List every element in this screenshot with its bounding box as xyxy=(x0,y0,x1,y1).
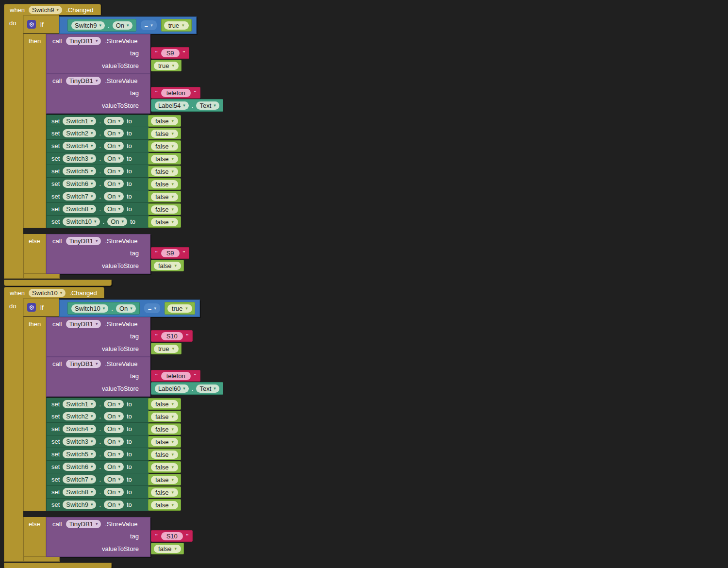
component-dropdown[interactable]: Switch10 ▾ xyxy=(63,217,99,226)
text-value[interactable]: S9 xyxy=(161,49,180,57)
when-switch9-changed-block[interactable]: when Switch9 ▾ .Changed do ⚙ if Switch9 xyxy=(4,4,197,286)
component-dropdown[interactable]: Switch1 ▾ xyxy=(63,400,96,408)
component-dropdown[interactable]: Switch8 ▾ xyxy=(63,205,96,213)
component-dropdown[interactable]: Switch10 ▾ xyxy=(71,304,108,313)
set-property-block[interactable]: set Switch4 ▾ . On ▾ xyxy=(46,140,181,152)
call-storevalue-block[interactable]: call TinyDB1 ▾ .StoreValue tag " xyxy=(46,517,150,557)
set-property-block[interactable]: set Switch1 ▾ . On ▾ xyxy=(46,398,181,410)
component-dropdown[interactable]: Switch7 ▾ xyxy=(63,475,96,484)
property-dropdown[interactable]: On ▾ xyxy=(104,501,124,509)
call-storevalue-block[interactable]: call TinyDB1 ▾ .StoreValue tag " xyxy=(46,234,150,274)
property-dropdown[interactable]: On ▾ xyxy=(104,167,124,175)
set-property-block[interactable]: set Switch1 ▾ . On ▾ xyxy=(46,115,181,127)
logic-true-block[interactable]: true ▾ xyxy=(151,60,182,71)
logic-false-block[interactable]: false ▾ xyxy=(148,398,181,410)
logic-false-block[interactable]: false ▾ xyxy=(151,260,184,271)
when-event-header[interactable]: when Switch9 ▾ .Changed xyxy=(4,4,101,15)
component-getter-block[interactable]: Switch10 ▾ . On ▾ xyxy=(67,302,140,315)
logic-false-block[interactable]: false ▾ xyxy=(148,499,181,511)
component-dropdown[interactable]: TinyDB1 ▾ xyxy=(66,237,101,245)
text-value[interactable]: S9 xyxy=(161,249,180,257)
component-dropdown[interactable]: Switch1 ▾ xyxy=(63,117,96,125)
property-dropdown[interactable]: Text ▾ xyxy=(196,384,219,393)
logic-false-block[interactable]: false ▾ xyxy=(148,166,181,177)
logic-false-block[interactable]: false ▾ xyxy=(148,178,181,190)
component-dropdown[interactable]: Switch4 ▾ xyxy=(63,142,96,150)
component-dropdown[interactable]: TinyDB1 ▾ xyxy=(66,360,101,368)
property-dropdown[interactable]: On ▾ xyxy=(104,117,124,125)
set-property-block[interactable]: set Switch8 ▾ . On ▾ xyxy=(46,203,181,216)
component-dropdown[interactable]: Label60 ▾ xyxy=(155,384,189,393)
logic-true-block[interactable]: true ▾ xyxy=(151,343,182,354)
component-dropdown[interactable]: Switch9 ▾ xyxy=(29,6,62,14)
logic-false-block[interactable]: false ▾ xyxy=(148,449,181,460)
property-dropdown[interactable]: On ▾ xyxy=(104,425,124,433)
component-getter-block[interactable]: Label54 ▾ . Text ▾ xyxy=(151,99,223,112)
component-dropdown[interactable]: Switch4 ▾ xyxy=(63,425,96,433)
text-value[interactable]: telefon xyxy=(161,89,191,97)
set-property-block[interactable]: set Switch8 ▾ . On ▾ xyxy=(46,486,181,499)
component-dropdown[interactable]: Label54 ▾ xyxy=(155,101,189,110)
property-dropdown[interactable]: On ▾ xyxy=(104,129,124,137)
text-string-block[interactable]: " S9 " xyxy=(151,247,189,259)
logic-false-block[interactable]: false ▾ xyxy=(148,474,181,485)
text-string-block[interactable]: " telefon " xyxy=(151,87,200,99)
property-dropdown[interactable]: On ▾ xyxy=(104,154,124,163)
component-dropdown[interactable]: Switch2 ▾ xyxy=(63,412,96,420)
call-storevalue-block[interactable]: call TinyDB1 ▾ .StoreValue tag " xyxy=(46,357,150,397)
text-value[interactable]: S10 xyxy=(161,332,183,340)
property-dropdown[interactable]: On ▾ xyxy=(104,463,124,471)
logic-false-block[interactable]: false ▾ xyxy=(148,436,181,448)
property-dropdown[interactable]: On ▾ xyxy=(104,192,124,200)
logic-false-block[interactable]: false ▾ xyxy=(148,191,181,202)
component-dropdown[interactable]: Switch5 ▾ xyxy=(63,450,96,458)
component-dropdown[interactable]: Switch2 ▾ xyxy=(63,129,96,137)
property-dropdown[interactable]: On ▾ xyxy=(113,21,132,30)
property-dropdown[interactable]: On ▾ xyxy=(104,205,124,213)
property-dropdown[interactable]: Text ▾ xyxy=(196,101,219,110)
call-storevalue-block[interactable]: call TinyDB1 ▾ .StoreValue tag " xyxy=(46,34,150,74)
property-dropdown[interactable]: On ▾ xyxy=(104,412,124,420)
operator-dropdown[interactable]: = ▾ xyxy=(141,20,157,30)
set-property-block[interactable]: set Switch2 ▾ . On ▾ xyxy=(46,127,181,140)
operator-dropdown[interactable]: = ▾ xyxy=(144,303,160,313)
component-dropdown[interactable]: TinyDB1 ▾ xyxy=(66,520,101,528)
logic-false-block[interactable]: false ▾ xyxy=(148,128,181,139)
component-dropdown[interactable]: TinyDB1 ▾ xyxy=(66,320,101,328)
component-dropdown[interactable]: TinyDB1 ▾ xyxy=(66,77,101,85)
property-dropdown[interactable]: On ▾ xyxy=(104,475,124,484)
component-dropdown[interactable]: Switch6 ▾ xyxy=(63,463,96,471)
when-switch10-changed-block[interactable]: when Switch10 ▾ .Changed do ⚙ if Switch1… xyxy=(4,287,200,568)
if-then-else-block[interactable]: ⚙ if Switch10 ▾ . On ▾ xyxy=(23,298,200,562)
text-string-block[interactable]: " S10 " xyxy=(151,330,193,342)
equals-comparison-block[interactable]: Switch9 ▾ . On ▾ = ▾ xyxy=(59,17,197,34)
property-dropdown[interactable]: On ▾ xyxy=(104,450,124,458)
component-dropdown[interactable]: Switch5 ▾ xyxy=(63,167,96,175)
set-property-block[interactable]: set Switch7 ▾ . On ▾ xyxy=(46,473,181,486)
component-dropdown[interactable]: Switch8 ▾ xyxy=(63,488,96,496)
component-dropdown[interactable]: Switch9 ▾ xyxy=(71,21,105,30)
component-dropdown[interactable]: Switch3 ▾ xyxy=(63,437,96,446)
set-property-block[interactable]: set Switch2 ▾ . On ▾ xyxy=(46,410,181,423)
component-dropdown[interactable]: Switch10 ▾ xyxy=(29,289,66,297)
set-property-block[interactable]: set Switch3 ▾ . On ▾ xyxy=(46,435,181,448)
property-dropdown[interactable]: On ▾ xyxy=(104,437,124,446)
text-string-block[interactable]: " S9 " xyxy=(151,47,189,59)
call-storevalue-block[interactable]: call TinyDB1 ▾ .StoreValue tag " xyxy=(46,74,150,114)
logic-false-block[interactable]: false ▾ xyxy=(148,423,181,435)
logic-false-block[interactable]: false ▾ xyxy=(148,461,181,473)
logic-false-block[interactable]: false ▾ xyxy=(148,140,181,152)
set-property-block[interactable]: set Switch9 ▾ . On ▾ xyxy=(46,499,181,511)
set-property-block[interactable]: set Switch3 ▾ . On ▾ xyxy=(46,152,181,165)
logic-false-block[interactable]: false ▾ xyxy=(148,486,181,498)
logic-false-block[interactable]: false ▾ xyxy=(148,203,181,215)
property-dropdown[interactable]: On ▾ xyxy=(116,304,136,313)
set-property-block[interactable]: set Switch5 ▾ . On ▾ xyxy=(46,448,181,461)
component-dropdown[interactable]: Switch7 ▾ xyxy=(63,192,96,200)
equals-comparison-block[interactable]: Switch10 ▾ . On ▾ = ▾ xyxy=(59,300,200,317)
component-getter-block[interactable]: Switch9 ▾ . On ▾ xyxy=(67,19,136,32)
mutator-gear-icon[interactable]: ⚙ xyxy=(27,303,36,312)
set-property-block[interactable]: set Switch6 ▾ . On ▾ xyxy=(46,461,181,473)
property-dropdown[interactable]: On ▾ xyxy=(104,180,124,188)
property-dropdown[interactable]: On ▾ xyxy=(107,217,127,226)
